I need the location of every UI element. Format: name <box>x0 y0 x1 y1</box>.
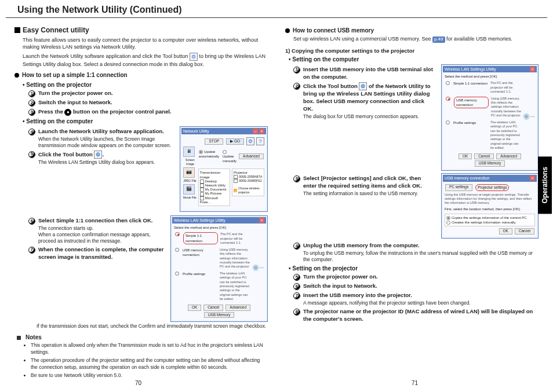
radio-usb-memory <box>175 248 179 252</box>
wifi-icon: ◉⌢ <box>252 231 264 302</box>
usb-intro: Set up wireless LAN using a commercial U… <box>293 35 539 43</box>
page-number-right: 71 <box>412 380 418 386</box>
notes-heading: Notes <box>17 334 268 340</box>
radio-simple-11 <box>175 232 180 236</box>
num-badge-3: 3 <box>293 175 300 182</box>
page-columns: Easy Connect utility This feature allows… <box>0 24 553 381</box>
easy-connect-heading: Easy Connect utility <box>14 26 268 34</box>
r-step-2: 2 Click the Tool button ⚙ of the Network… <box>293 82 435 119</box>
num-badge-3: 3 <box>28 109 35 116</box>
wifi-icon: ◉⌢ <box>522 80 535 151</box>
step-6: 6 Select Simple 1:1 connection then clic… <box>28 217 165 244</box>
radio-auto <box>199 150 203 154</box>
note-3: Be sure to use Network Utility version 5… <box>31 372 268 379</box>
tool-icon: ⚙ <box>246 137 254 145</box>
figure-usb-memory-connection: USB memory connection× PC settings Proje… <box>441 173 539 239</box>
step-7: 7 When the connection is complete, the c… <box>28 246 165 261</box>
advanced-button: Advanced <box>239 153 264 160</box>
howto-11-heading: How to set up a simple 1:1 connection <box>14 71 268 79</box>
advanced-button: Advanced <box>496 153 521 160</box>
usb-memory-button: USB Memory <box>475 160 505 167</box>
r-setting-computer-heading: • Setting on the computer <box>289 56 539 63</box>
close-icon: × <box>259 129 264 134</box>
num-badge-4: 4 <box>28 129 35 135</box>
movie-file-icon: 🎬 <box>183 184 195 195</box>
cancel-button: Cancel <box>515 228 534 235</box>
side-tab-operations: Operations <box>538 156 552 214</box>
num-badge-7: 7 <box>28 247 35 254</box>
num-badge-6: 6 <box>293 283 300 290</box>
num-badge-2: 2 <box>28 100 35 107</box>
radio-manual <box>223 150 227 154</box>
r-step-1: 1Insert the USB memory into the USB term… <box>293 66 435 81</box>
close-icon: × <box>259 218 264 223</box>
num-badge-2: 2 <box>293 83 300 90</box>
r-setting-projector-heading: • Setting on the projector <box>289 265 539 272</box>
advanced-button: Advanced <box>225 305 250 311</box>
square-bullet-icon <box>14 27 20 33</box>
ok-button: OK <box>499 228 512 235</box>
r-step-5: 5Turn the projector power on. <box>293 273 539 281</box>
radio-usb-memory <box>446 97 450 101</box>
circle-bullet-icon <box>285 28 290 33</box>
close-icon: × <box>530 67 535 72</box>
howto-usb-heading: How to connect USB memory <box>285 27 539 34</box>
num-badge-5: 5 <box>28 151 35 158</box>
num-badge-4: 4 <box>293 243 300 250</box>
intro2-text: Launch the Network Utility software appl… <box>23 53 268 68</box>
num-badge-1: 1 <box>293 67 300 74</box>
copying-heading: 1) Copying the computer settings to the … <box>285 47 539 54</box>
radio-create-manual <box>446 221 450 225</box>
page-number-left: 70 <box>135 380 141 386</box>
radio-profile <box>175 272 179 276</box>
ok-button: OK <box>459 153 472 160</box>
cancel-button: Cancel <box>474 153 494 160</box>
radio-copy-current <box>446 216 450 220</box>
page-title: Using the Network Utility (Continued) <box>6 0 547 18</box>
note-1: This operation is allowed only when the … <box>31 342 268 356</box>
close-icon: × <box>530 175 535 181</box>
step-2: 2Switch the input to Network. <box>28 99 268 107</box>
r-step-7: 7 Insert the USB memory into the project… <box>293 292 539 306</box>
num-badge-8: 8 <box>293 309 300 316</box>
step-5: 5 Click the Tool button ⚙. The Wireless … <box>28 151 174 166</box>
go-button: ▶ GO <box>226 138 244 145</box>
circle-bullet-icon <box>14 73 19 78</box>
num-badge-1: 1 <box>28 90 35 97</box>
setting-projector-heading: • Setting on the projector <box>23 82 268 88</box>
intro-text: This feature allows users to easily conn… <box>23 36 268 50</box>
usb-memory-button: USB Memory <box>204 312 235 318</box>
setting-computer-heading: • Setting on the computer <box>23 118 268 124</box>
tool-icon: ⚙ <box>359 82 367 90</box>
figure-wlan-settings-2: Wireless LAN Settings Utility× Select th… <box>441 64 539 171</box>
projector-settings-tab: Projector settings <box>475 184 509 192</box>
stop-button: STOP <box>205 138 223 145</box>
left-column: Easy Connect utility This feature allows… <box>14 24 268 381</box>
step-7-desc: If the transmission does not start, unch… <box>37 323 268 329</box>
notes-list: This operation is allowed only when the … <box>23 342 268 379</box>
r-step-4: 4 Unplug the USB memory from the compute… <box>293 242 539 263</box>
minimize-icon: – <box>253 129 258 134</box>
tool-icon: ⚙ <box>190 53 198 61</box>
step-1: 1Turn the projector power on. <box>28 90 268 97</box>
figure-wlan-settings-1: Wireless LAN Settings Utility× Select th… <box>170 215 268 322</box>
num-badge-5: 5 <box>293 274 300 281</box>
note-2: The operation procedure of the projector… <box>31 357 268 371</box>
figure-network-utility: Network Utility–× STOP ▶ GO ⚙ ? 🖥 Screen… <box>180 126 268 212</box>
radio-simple-11 <box>446 81 450 85</box>
tool-icon: ⚙ <box>94 151 102 159</box>
page-ref: p.49 <box>432 36 445 43</box>
square-bullet-icon <box>17 336 21 340</box>
panel-button-icon: ● <box>64 109 71 116</box>
step-3: 3Press the ● button on the projector con… <box>28 108 268 116</box>
ok-button: OK <box>188 305 201 311</box>
right-column: How to connect USB memory Set up wireles… <box>285 24 539 381</box>
r-step-6: 6Switch the input to Network. <box>293 283 539 290</box>
cancel-button: Cancel <box>203 305 223 311</box>
easy-connect-heading-text: Easy Connect utility <box>23 26 89 34</box>
wireless-icon: 📶 <box>234 189 237 193</box>
step-4: 4 Launch the Network Utility software ap… <box>28 128 174 149</box>
help-icon: ? <box>256 137 264 145</box>
num-badge-7: 7 <box>293 292 300 299</box>
pc-settings-tab: PC settings <box>445 184 472 192</box>
